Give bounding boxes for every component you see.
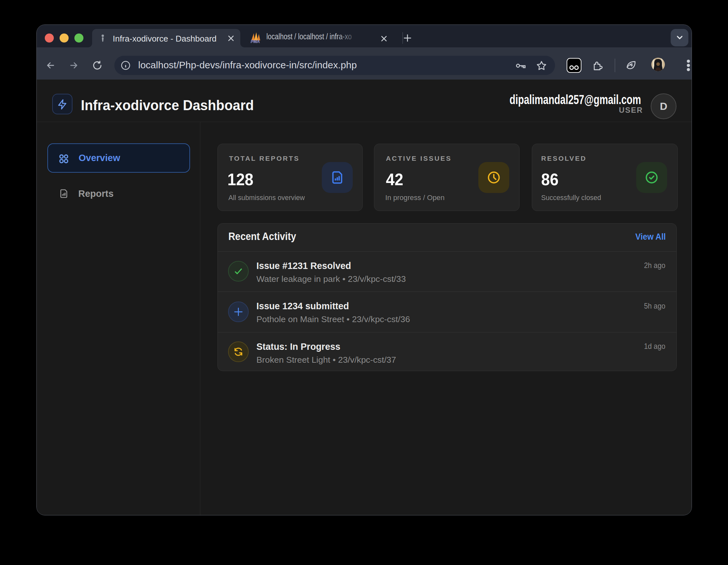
svg-text:PMA: PMA — [251, 39, 260, 43]
